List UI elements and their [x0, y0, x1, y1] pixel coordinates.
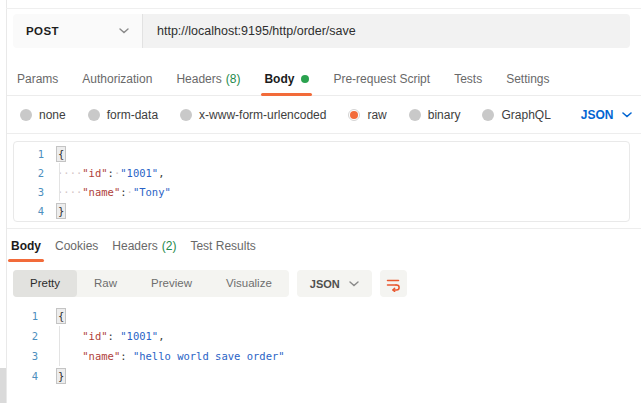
code-line: ····"id":·"1001",: [44, 167, 165, 179]
line-number: 3: [7, 350, 38, 362]
code-token: {: [57, 309, 65, 323]
response-toolbar: PrettyRawPreviewVisualize JSON: [13, 270, 641, 297]
code-token: "name": [82, 186, 120, 198]
body-status-dot-icon: [301, 75, 309, 83]
code-token: ,: [158, 330, 164, 342]
code-line: ····"name":·"Tony": [44, 186, 171, 198]
body-type-x-www-form-urlencoded[interactable]: x-www-form-urlencoded: [180, 108, 326, 122]
body-type-binary[interactable]: binary: [409, 108, 461, 122]
code-token: {: [57, 147, 65, 161]
radio-icon: [409, 109, 421, 121]
request-tab-body[interactable]: Body: [264, 62, 309, 95]
view-mode-pretty[interactable]: Pretty: [13, 270, 77, 297]
code-token: "name": [82, 350, 120, 362]
code-line-row: 4}: [14, 201, 629, 220]
code-line: "name": "hello world save order": [38, 350, 285, 362]
chevron-down-icon: [349, 281, 359, 287]
line-number: 2: [14, 167, 44, 179]
request-language-select[interactable]: JSON: [581, 108, 632, 122]
code-line-row: 2 "id": "1001",: [7, 326, 641, 346]
view-mode-raw[interactable]: Raw: [77, 270, 134, 297]
code-line-row: 3····"name":·"Tony": [14, 182, 629, 201]
request-tab-headers[interactable]: Headers(8): [176, 62, 240, 95]
response-tab-cookies[interactable]: Cookies: [55, 229, 98, 262]
response-view-switcher: PrettyRawPreviewVisualize: [13, 270, 289, 297]
body-type-raw[interactable]: raw: [348, 108, 386, 122]
body-type-none[interactable]: none: [20, 108, 66, 122]
request-tab-settings[interactable]: Settings: [506, 62, 549, 95]
method-select[interactable]: POST: [13, 14, 143, 48]
request-body-editor[interactable]: 1{2····"id":·"1001",3····"name":·"Tony"4…: [13, 141, 630, 222]
code-token: "Tony": [133, 186, 171, 198]
code-token: :: [120, 350, 133, 362]
code-line: }: [44, 205, 65, 217]
line-number: 1: [14, 148, 44, 160]
radio-icon: [348, 109, 360, 121]
radio-label: GraphQL: [501, 108, 550, 122]
request-tab-params[interactable]: Params: [17, 62, 58, 95]
line-number: 3: [14, 186, 44, 198]
response-body-editor[interactable]: 1{2 "id": "1001",3 "name": "hello world …: [7, 306, 641, 386]
url-input[interactable]: http://localhost:9195/http/order/save: [143, 14, 630, 48]
code-token: [57, 350, 82, 362]
response-tab-body[interactable]: Body: [11, 229, 41, 262]
request-tab-authorization[interactable]: Authorization: [82, 62, 152, 95]
radio-icon: [180, 109, 192, 121]
radio-label: binary: [428, 108, 461, 122]
response-tab-test-results[interactable]: Test Results: [190, 229, 255, 262]
body-type-graphql[interactable]: GraphQL: [482, 108, 550, 122]
code-line-row: 3 "name": "hello world save order": [7, 346, 641, 366]
response-language-label: JSON: [310, 278, 340, 290]
code-token: }: [57, 204, 65, 218]
method-label: POST: [26, 25, 59, 37]
code-line-row: 4}: [7, 366, 641, 386]
tab-label: Tests: [454, 72, 482, 86]
radio-icon: [20, 109, 32, 121]
word-wrap-icon: [385, 276, 401, 292]
tab-label: Cookies: [55, 239, 98, 253]
tab-label: Test Results: [190, 239, 255, 253]
tab-label: Headers: [176, 72, 221, 86]
radio-label: x-www-form-urlencoded: [199, 108, 326, 122]
request-tab-tests[interactable]: Tests: [454, 62, 482, 95]
panel-content: POST http://localhost:9195/http/order/sa…: [7, 9, 641, 386]
view-mode-preview[interactable]: Preview: [134, 270, 209, 297]
postman-request-panel: POST http://localhost:9195/http/order/sa…: [0, 0, 641, 403]
response-tab-headers[interactable]: Headers(2): [112, 229, 176, 262]
request-tab-pre-request-script[interactable]: Pre-request Script: [333, 62, 430, 95]
code-token: "hello world save order": [133, 350, 285, 362]
code-line: {: [38, 310, 65, 322]
line-number: 2: [7, 330, 38, 342]
code-token: ····: [57, 186, 82, 198]
code-token: ····: [57, 167, 82, 179]
radio-icon: [482, 109, 494, 121]
code-token: [57, 330, 82, 342]
tab-count-badge: (8): [226, 72, 241, 86]
tab-count-badge: (2): [162, 239, 177, 253]
request-language-label: JSON: [581, 108, 614, 122]
code-line-row: 1{: [7, 306, 641, 326]
tab-label: Body: [264, 72, 294, 86]
code-line-row: 1{: [14, 144, 629, 163]
request-tabs: ParamsAuthorizationHeaders(8)BodyPre-req…: [7, 62, 641, 96]
response-section: BodyCookiesHeaders(2)Test Results Pretty…: [7, 228, 641, 386]
tab-label: Pre-request Script: [333, 72, 430, 86]
response-language-select[interactable]: JSON: [297, 270, 372, 297]
code-line: {: [44, 148, 65, 160]
indent-guide: [59, 163, 60, 201]
code-token: ,: [158, 167, 164, 179]
tab-label: Params: [17, 72, 58, 86]
wrap-text-button[interactable]: [380, 270, 407, 297]
code-token: "1001": [120, 330, 158, 342]
view-mode-visualize[interactable]: Visualize: [209, 270, 289, 297]
response-tabs: BodyCookiesHeaders(2)Test Results: [7, 229, 641, 262]
radio-label: form-data: [107, 108, 158, 122]
body-type-form-data[interactable]: form-data: [88, 108, 158, 122]
radio-label: none: [39, 108, 66, 122]
body-type-options: noneform-datax-www-form-urlencodedrawbin…: [20, 108, 573, 122]
line-number: 4: [14, 205, 44, 217]
tab-label: Settings: [506, 72, 549, 86]
code-token: :: [108, 330, 121, 342]
tab-label: Authorization: [82, 72, 152, 86]
code-token: "id": [82, 330, 107, 342]
